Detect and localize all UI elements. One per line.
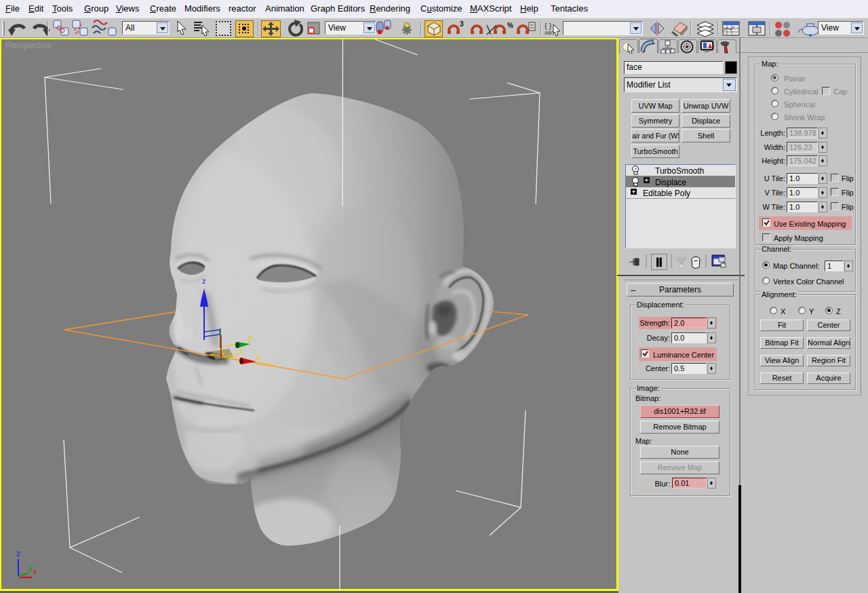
svg-text:z: z bbox=[202, 277, 206, 285]
svg-text:Perspective: Perspective bbox=[5, 40, 52, 50]
svg-text:y: y bbox=[28, 563, 33, 573]
svg-text:ABC: ABC bbox=[545, 31, 554, 35]
svg-text:TurboSmooth: TurboSmooth bbox=[655, 166, 704, 176]
svg-text:3: 3 bbox=[460, 20, 464, 28]
svg-text:Displace: Displace bbox=[655, 178, 686, 187]
svg-text:x: x bbox=[256, 351, 260, 362]
svg-text:%: % bbox=[507, 22, 513, 29]
svg-text:z: z bbox=[16, 549, 20, 558]
svg-text:{ }: { } bbox=[545, 22, 552, 30]
svg-text:Editable Poly: Editable Poly bbox=[643, 189, 690, 198]
svg-text:y: y bbox=[248, 332, 253, 343]
svg-text:x: x bbox=[33, 567, 37, 575]
